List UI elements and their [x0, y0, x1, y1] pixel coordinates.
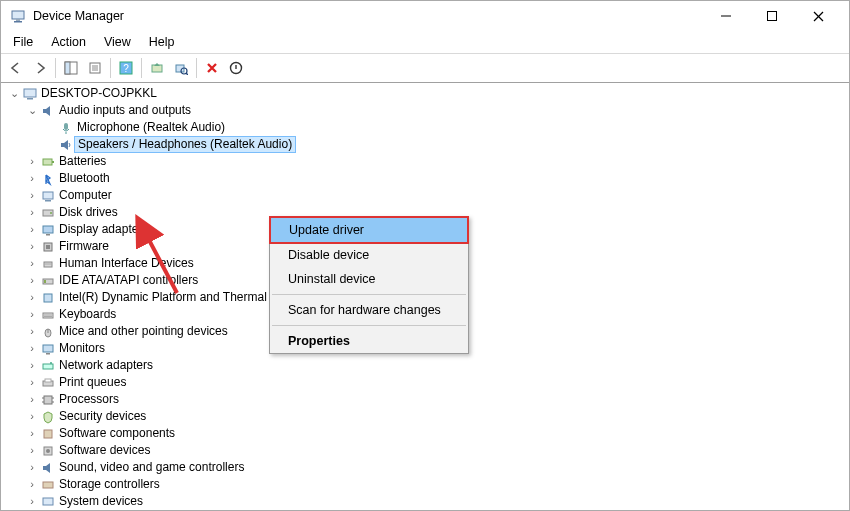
maximize-button[interactable] [749, 1, 795, 31]
tree-item-label: Print queues [57, 374, 128, 391]
tree-item-label: Display adapters [57, 221, 150, 238]
tree-item-label: Bluetooth [57, 170, 112, 187]
tree-item-audio[interactable]: ⌄ Audio inputs and outputs [7, 102, 849, 119]
svg-rect-22 [64, 123, 68, 130]
svg-point-47 [50, 362, 52, 364]
svg-line-18 [186, 73, 188, 75]
expand-icon[interactable]: › [25, 170, 39, 187]
separator [272, 294, 466, 295]
tree-root[interactable]: ⌄ DESKTOP-COJPKKL [7, 85, 849, 102]
show-hide-tree-button[interactable] [60, 57, 82, 79]
tree-item-label: Speakers / Headphones (Realtek Audio) [74, 136, 296, 153]
category-icon [39, 393, 57, 407]
forward-button[interactable] [29, 57, 51, 79]
properties-button[interactable] [84, 57, 106, 79]
tree-item-speakers[interactable]: Speakers / Headphones (Realtek Audio) [7, 136, 849, 153]
expand-icon[interactable]: › [25, 425, 39, 442]
expand-icon[interactable]: › [25, 238, 39, 255]
svg-point-29 [50, 212, 52, 214]
category-icon [39, 444, 57, 458]
tree-item[interactable]: ›Network adapters [7, 357, 849, 374]
help-button[interactable]: ? [115, 57, 137, 79]
tree-item[interactable]: ›Sound, video and game controllers [7, 459, 849, 476]
device-tree[interactable]: ⌄ DESKTOP-COJPKKL ⌄ Audio inputs and out… [1, 83, 849, 511]
tree-item-label: Audio inputs and outputs [57, 102, 193, 119]
tree-item-label: Mice and other pointing devices [57, 323, 230, 340]
expand-icon[interactable]: › [25, 442, 39, 459]
category-icon [39, 257, 57, 271]
menu-help[interactable]: Help [141, 32, 183, 52]
context-menu-properties[interactable]: Properties [270, 329, 468, 353]
category-icon [39, 155, 57, 169]
menu-action[interactable]: Action [43, 32, 94, 52]
category-icon [39, 189, 57, 203]
svg-rect-37 [44, 280, 46, 283]
tree-item[interactable]: ›Computer [7, 187, 849, 204]
category-icon [39, 291, 57, 305]
expand-icon[interactable]: › [25, 255, 39, 272]
svg-rect-2 [16, 19, 20, 21]
expand-icon[interactable]: › [25, 153, 39, 170]
context-menu-disable-device[interactable]: Disable device [270, 243, 468, 267]
tree-item-label: IDE ATA/ATAPI controllers [57, 272, 200, 289]
expand-icon[interactable]: › [25, 357, 39, 374]
scan-hardware-button[interactable] [170, 57, 192, 79]
expand-icon[interactable]: › [25, 204, 39, 221]
svg-rect-38 [44, 294, 52, 302]
svg-rect-20 [24, 89, 36, 97]
tree-item[interactable]: ›Storage controllers [7, 476, 849, 493]
expand-icon[interactable]: › [25, 323, 39, 340]
context-menu: Update driver Disable device Uninstall d… [269, 216, 469, 354]
tree-item[interactable]: ›Batteries [7, 153, 849, 170]
minimize-button[interactable] [703, 1, 749, 31]
svg-rect-49 [45, 379, 51, 382]
uninstall-button[interactable] [201, 57, 223, 79]
context-menu-scan-hardware[interactable]: Scan for hardware changes [270, 298, 468, 322]
device-manager-icon [9, 8, 27, 24]
context-menu-uninstall-device[interactable]: Uninstall device [270, 267, 468, 291]
expand-icon[interactable]: › [25, 408, 39, 425]
expand-icon[interactable]: › [25, 374, 39, 391]
svg-rect-8 [65, 62, 70, 74]
tree-item[interactable]: ›Print queues [7, 374, 849, 391]
category-icon [39, 206, 57, 220]
tree-item-label: Network adapters [57, 357, 155, 374]
svg-rect-26 [43, 192, 53, 199]
svg-rect-33 [46, 245, 50, 249]
expand-icon[interactable]: › [25, 493, 39, 510]
tree-item[interactable]: ›Security devices [7, 408, 849, 425]
menu-view[interactable]: View [96, 32, 139, 52]
expand-icon[interactable]: › [25, 306, 39, 323]
expand-icon[interactable]: ⌄ [7, 85, 21, 102]
close-button[interactable] [795, 1, 841, 31]
separator [272, 325, 466, 326]
menubar: File Action View Help [1, 31, 849, 53]
tree-item[interactable]: ›Processors [7, 391, 849, 408]
category-icon [39, 240, 57, 254]
tree-item[interactable]: ›Software devices [7, 442, 849, 459]
expand-icon[interactable]: › [25, 459, 39, 476]
svg-rect-58 [43, 482, 53, 488]
expand-icon[interactable]: › [25, 187, 39, 204]
expand-icon[interactable]: › [25, 289, 39, 306]
tree-item[interactable]: ›Software components [7, 425, 849, 442]
tree-item[interactable]: ›System devices [7, 493, 849, 510]
expand-icon[interactable]: ⌄ [25, 102, 39, 119]
menu-file[interactable]: File [5, 32, 41, 52]
expand-icon[interactable]: › [25, 272, 39, 289]
tree-item-microphone[interactable]: Microphone (Realtek Audio) [7, 119, 849, 136]
expand-icon[interactable]: › [25, 221, 39, 238]
update-driver-button[interactable] [146, 57, 168, 79]
speaker-icon [39, 104, 57, 118]
computer-icon [21, 87, 39, 101]
tree-item[interactable]: ›Bluetooth [7, 170, 849, 187]
category-icon [39, 325, 57, 339]
expand-icon[interactable]: › [25, 391, 39, 408]
svg-point-57 [46, 449, 50, 453]
context-menu-update-driver[interactable]: Update driver [269, 216, 469, 244]
expand-icon[interactable]: › [25, 340, 39, 357]
disable-button[interactable] [225, 57, 247, 79]
expand-icon[interactable]: › [25, 476, 39, 493]
tree-item-label: Keyboards [57, 306, 118, 323]
back-button[interactable] [5, 57, 27, 79]
